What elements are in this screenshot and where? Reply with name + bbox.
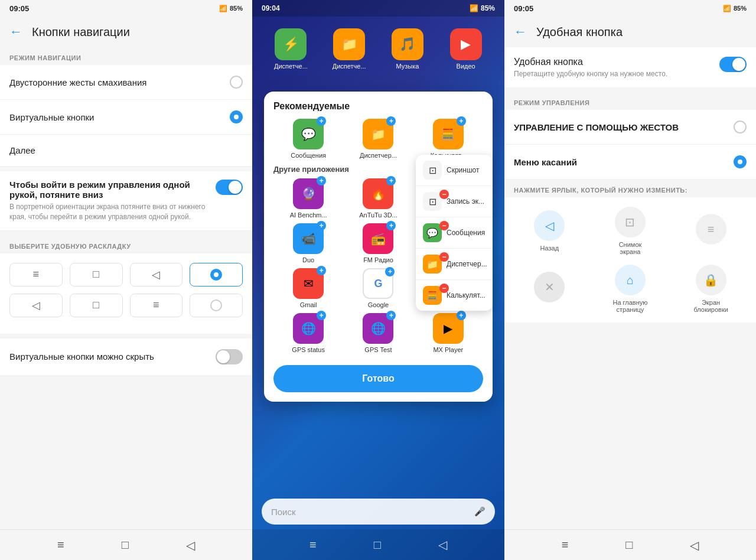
desktop-app-2[interactable]: 📁 Диспетче... bbox=[325, 26, 373, 72]
panel-app-picker: 09:04 📶 85% ⚡ Диспетче... 📁 Диспетче... … bbox=[252, 0, 504, 560]
layout-row-2: ◁ □ ≡ bbox=[9, 294, 243, 317]
rec-app-messages-label: Сообщения bbox=[291, 152, 326, 159]
shortcut-home-icon: ⌂ bbox=[615, 265, 646, 295]
setting-virtual-buttons[interactable]: Виртуальные кнопки bbox=[0, 100, 252, 135]
layout-opt-8[interactable] bbox=[190, 294, 243, 317]
shortcut-home[interactable]: ⌂ На главнуюстраницу bbox=[612, 265, 647, 313]
back-button-1[interactable]: ← bbox=[9, 24, 22, 40]
convenient-button-toggle[interactable] bbox=[719, 57, 747, 72]
time-3: 09:05 bbox=[514, 4, 533, 13]
mic-icon[interactable]: 🎤 bbox=[474, 506, 485, 517]
divider-1 bbox=[0, 167, 252, 171]
layout-opt-3[interactable]: ◁ bbox=[130, 263, 183, 286]
hide-buttons-label: Виртуальные кнопки можно скрыть bbox=[9, 351, 154, 362]
onehand-text-block: Чтобы войти в режим управления одной рук… bbox=[9, 180, 216, 222]
hide-buttons-toggle[interactable] bbox=[216, 349, 243, 364]
app-duo[interactable]: 📹+ Duo bbox=[287, 223, 330, 263]
nav-menu-icon-2[interactable]: ≡ bbox=[309, 538, 317, 552]
qa-calculator[interactable]: 🧮 − Калькулят... bbox=[416, 280, 493, 311]
qa-messages[interactable]: 💬 − Сообщения bbox=[416, 217, 493, 249]
swipe-gestures-radio[interactable] bbox=[230, 76, 243, 89]
setting-onehand[interactable]: Чтобы войти в режим управления одной рук… bbox=[0, 171, 252, 231]
status-bar-3: 09:05 📶 85% bbox=[504, 0, 756, 17]
app-antutu-label: AnTuTu 3D... bbox=[359, 211, 397, 219]
desktop-app-label-1: Диспетче... bbox=[274, 63, 308, 70]
desktop-app-icon-1: ⚡ bbox=[275, 28, 307, 60]
shortcut-close-icon: ✕ bbox=[534, 272, 565, 302]
nav-back-icon-3[interactable]: ◁ bbox=[690, 538, 699, 552]
section-layout: ВЫБЕРИТЕ УДОБНУЮ РАСКЛАДКУ bbox=[0, 236, 252, 253]
add-badge-gmail: + bbox=[317, 266, 326, 275]
add-badge-calc: + bbox=[457, 116, 466, 126]
shortcut-screenshot[interactable]: ⊡ Снимокэкрана bbox=[615, 207, 646, 255]
panel-navigation-buttons: 09:05 📶 85% ← Кнопки навигации РЕЖИМ НАВ… bbox=[0, 0, 252, 560]
recommended-title: Рекомендуемые bbox=[273, 101, 483, 112]
qa-screenshot-label: Скриншот bbox=[447, 166, 479, 174]
nav-home-icon-3[interactable]: □ bbox=[625, 538, 633, 552]
app-antutu[interactable]: 🔥+ AnTuTu 3D... bbox=[357, 178, 399, 219]
mode-gesture[interactable]: УПРАВЛЕНИЕ С ПОМОЩЬЮ ЖЕСТОВ bbox=[504, 110, 756, 145]
qa-dispatcher[interactable]: 📁 − Диспетчер... bbox=[416, 249, 493, 280]
setting-swipe-gestures[interactable]: Двусторонние жесты смахивания bbox=[0, 65, 252, 100]
app-gps-status[interactable]: 🌐+ GPS status bbox=[287, 313, 330, 353]
shortcut-back[interactable]: ◁ Назад bbox=[534, 210, 565, 252]
nav-home-icon-2[interactable]: □ bbox=[374, 538, 381, 552]
app-gps-test-icon: 🌐+ bbox=[363, 313, 393, 344]
convenient-button-text: Удобная кнопка Перетащите удобную кнопку… bbox=[514, 57, 667, 78]
shortcut-screenshot-icon: ⊡ bbox=[615, 207, 646, 237]
app-duo-label: Duo bbox=[302, 256, 314, 263]
desktop-app-1[interactable]: ⚡ Диспетче... bbox=[267, 26, 314, 72]
nav-home-icon-1[interactable]: □ bbox=[122, 538, 129, 552]
layout-opt-4[interactable] bbox=[190, 263, 243, 286]
mode-gesture-radio[interactable] bbox=[734, 121, 747, 134]
done-button[interactable]: Готово bbox=[273, 365, 483, 392]
nav-back-icon-2[interactable]: ◁ bbox=[438, 538, 447, 552]
layout-opt-1[interactable]: ≡ bbox=[9, 263, 63, 286]
time-1: 09:05 bbox=[9, 4, 29, 13]
app-gmail[interactable]: ✉+ Gmail bbox=[287, 268, 330, 308]
back-button-3[interactable]: ← bbox=[514, 24, 527, 40]
onehand-toggle[interactable] bbox=[216, 180, 243, 195]
mode-touch[interactable]: Меню касаний bbox=[504, 145, 756, 180]
rec-app-messages[interactable]: 💬 + Сообщения bbox=[287, 119, 330, 159]
mode-touch-radio[interactable] bbox=[734, 155, 747, 168]
qa-dispatcher-minus: − bbox=[439, 252, 449, 262]
rec-app-calc[interactable]: 🧮 + Калькулят... bbox=[427, 119, 470, 159]
layout-opt-7[interactable]: ≡ bbox=[130, 294, 183, 317]
rec-app-dispatch-icon: 📁 + bbox=[363, 119, 393, 149]
battery-icon-3: 85% bbox=[734, 5, 747, 12]
app-ai-bench[interactable]: 🔮+ AI Benchm... bbox=[287, 178, 330, 219]
qa-screenshot[interactable]: ⊡ Скриншот bbox=[416, 155, 493, 186]
qa-calculator-minus: − bbox=[439, 284, 449, 293]
shortcut-close[interactable]: ✕ bbox=[534, 272, 565, 306]
layout-opt-2[interactable]: □ bbox=[70, 263, 123, 286]
status-icons-3: 📶 85% bbox=[723, 5, 747, 12]
desktop-app-4[interactable]: ▶ Видео bbox=[442, 26, 490, 72]
qa-calculator-icon-wrap: 🧮 − bbox=[423, 286, 447, 305]
shortcut-lock[interactable]: 🔒 Экранблокировки bbox=[693, 265, 728, 313]
qa-record[interactable]: ⊡ − Запись эк... bbox=[416, 186, 493, 217]
rec-app-dispatch[interactable]: 📁 + Диспетчер... bbox=[357, 119, 399, 159]
virtual-buttons-radio[interactable] bbox=[230, 110, 243, 123]
shortcut-multitask[interactable]: ≡ bbox=[696, 214, 726, 248]
status-icons-2: 📶 85% bbox=[470, 4, 495, 12]
layout-opt-6[interactable]: □ bbox=[70, 294, 123, 317]
layout-opt-5[interactable]: ◁ bbox=[9, 294, 63, 317]
app-mxplayer[interactable]: ▶+ MX Player bbox=[427, 313, 470, 353]
desktop-app-3[interactable]: 🎵 Музыка bbox=[384, 26, 431, 72]
app-gps-test[interactable]: 🌐+ GPS Test bbox=[357, 313, 399, 353]
search-bar[interactable]: Поиск 🎤 bbox=[262, 499, 495, 525]
nav-menu-icon-1[interactable]: ≡ bbox=[57, 538, 64, 552]
add-badge-duo: + bbox=[317, 221, 326, 230]
nav-back-icon-1[interactable]: ◁ bbox=[186, 538, 195, 552]
layout-options: ≡ □ ◁ ◁ □ ≡ bbox=[0, 253, 252, 334]
app-antutu-icon: 🔥+ bbox=[363, 178, 393, 209]
app-google[interactable]: G+ Google bbox=[357, 268, 399, 308]
hide-buttons-text: Виртуальные кнопки можно скрыть bbox=[9, 351, 154, 362]
app-fm[interactable]: 📻+ FM Радио bbox=[357, 223, 399, 263]
battery-icon-2: 85% bbox=[481, 4, 495, 12]
setting-hide-buttons[interactable]: Виртуальные кнопки можно скрыть bbox=[0, 338, 252, 375]
setting-next[interactable]: Далее bbox=[0, 135, 252, 167]
nav-menu-icon-3[interactable]: ≡ bbox=[562, 538, 569, 552]
status-bar-1: 09:05 📶 85% bbox=[0, 0, 252, 17]
